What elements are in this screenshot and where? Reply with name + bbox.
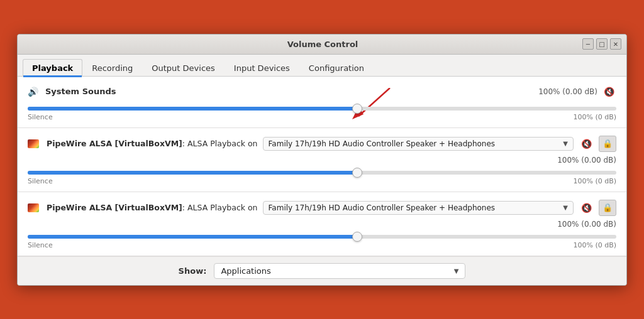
system-sounds-header: 🔊 System Sounds 100% (0.00 dB) 🔇 bbox=[28, 84, 616, 99]
pipewire-1-lock-button[interactable]: 🔒 bbox=[599, 136, 616, 152]
show-label: Show: bbox=[179, 266, 207, 276]
tab-input-devices[interactable]: Input Devices bbox=[225, 59, 299, 77]
pipewire-2-bold: PipeWire ALSA [VirtualBoxVM]: ALSA Playb… bbox=[47, 203, 258, 212]
system-sounds-slider-labels: Silence 100% (0 dB) bbox=[28, 113, 616, 121]
pipewire-1-slider[interactable]: Silence 100% (0 dB) bbox=[28, 166, 616, 185]
pipewire-2-device-name: Family 17h/19h HD Audio Controller Speak… bbox=[269, 203, 496, 212]
pipewire-1-device-row: PipeWire ALSA [VirtualBoxVM]: ALSA Playb… bbox=[28, 136, 616, 152]
pipewire-1-device-name: Family 17h/19h HD Audio Controller Speak… bbox=[269, 139, 496, 148]
pipewire-1-track[interactable] bbox=[28, 171, 616, 175]
window-controls: − □ ✕ bbox=[582, 38, 621, 50]
pipewire-2-mute-button[interactable]: 🔇 bbox=[579, 200, 594, 215]
speaker-icon: 🔊 bbox=[28, 87, 40, 97]
tab-playback[interactable]: Playback bbox=[23, 59, 82, 77]
pipewire-2-lock-button[interactable]: 🔒 bbox=[599, 200, 616, 216]
volume-control-window: Volume Control − □ ✕ Playback Recording … bbox=[17, 34, 627, 286]
pipewire-1-fill bbox=[28, 171, 357, 175]
pipewire-2-fill bbox=[28, 235, 357, 239]
pipewire-1-slider-labels: Silence 100% (0 dB) bbox=[28, 177, 616, 185]
pipewire-2-volume-label: 100% (0.00 dB) bbox=[557, 220, 616, 229]
tab-configuration[interactable]: Configuration bbox=[299, 59, 374, 77]
pipewire-2-thumb[interactable] bbox=[352, 232, 362, 242]
pipewire-1-dropdown[interactable]: Family 17h/19h HD Audio Controller Speak… bbox=[263, 137, 574, 151]
system-sounds-label: System Sounds bbox=[45, 87, 116, 96]
close-button[interactable]: ✕ bbox=[610, 38, 621, 50]
system-sounds-track[interactable] bbox=[28, 107, 616, 111]
slider-label-silence: Silence bbox=[28, 113, 53, 121]
system-sounds-volume-label: 100% (0.00 dB) bbox=[538, 87, 597, 96]
system-sounds-fill bbox=[28, 107, 357, 111]
pipewire-2-title: PipeWire ALSA [VirtualBoxVM]: ALSA Playb… bbox=[28, 203, 258, 212]
pipewire-1-mute-button[interactable]: 🔇 bbox=[579, 136, 594, 151]
maximize-button[interactable]: □ bbox=[596, 38, 608, 50]
show-dropdown[interactable]: Applications ▼ bbox=[214, 263, 465, 279]
minimize-button[interactable]: − bbox=[582, 38, 594, 50]
system-sounds-controls: 100% (0.00 dB) 🔇 bbox=[538, 84, 616, 99]
system-sounds-title: 🔊 System Sounds bbox=[28, 87, 116, 97]
pipewire-2-dropdown-arrow: ▼ bbox=[563, 204, 568, 211]
footer-bar: Show: Applications ▼ bbox=[18, 256, 626, 285]
pipewire-1-dropdown-arrow: ▼ bbox=[563, 140, 568, 147]
system-sounds-section: 🔊 System Sounds 100% (0.00 dB) 🔇 bbox=[18, 77, 626, 128]
pipewire-1-bold: PipeWire ALSA [VirtualBoxVM]: ALSA Playb… bbox=[47, 139, 258, 148]
pipewire-2-track[interactable] bbox=[28, 235, 616, 239]
pipewire-1-label-100: 100% (0 dB) bbox=[573, 177, 616, 185]
pipewire-2-device-row: PipeWire ALSA [VirtualBoxVM]: ALSA Playb… bbox=[28, 200, 616, 216]
tab-output-devices[interactable]: Output Devices bbox=[142, 59, 225, 77]
show-dropdown-arrow: ▼ bbox=[454, 268, 459, 274]
pipewire-1-volume-label: 100% (0.00 dB) bbox=[557, 156, 616, 165]
pipewire-logo-icon bbox=[28, 139, 39, 148]
pipewire-1-thumb[interactable] bbox=[352, 168, 362, 178]
pipewire-2-slider[interactable]: Silence 100% (0 dB) bbox=[28, 230, 616, 249]
pipewire-2-label-silence: Silence bbox=[28, 241, 53, 249]
pipewire-1-label-silence: Silence bbox=[28, 177, 53, 185]
titlebar: Volume Control − □ ✕ bbox=[18, 35, 626, 55]
pipewire-2-label-100: 100% (0 dB) bbox=[573, 241, 616, 249]
main-content: 🔊 System Sounds 100% (0.00 dB) 🔇 bbox=[18, 77, 626, 256]
tab-bar: Playback Recording Output Devices Input … bbox=[18, 55, 626, 77]
pipewire-2-section: PipeWire ALSA [VirtualBoxVM]: ALSA Playb… bbox=[18, 192, 626, 256]
system-sounds-mute-button[interactable]: 🔇 bbox=[601, 84, 616, 99]
system-sounds-thumb[interactable] bbox=[352, 104, 362, 114]
show-value: Applications bbox=[221, 266, 270, 276]
window-title: Volume Control bbox=[63, 40, 582, 49]
pipewire-2-dropdown[interactable]: Family 17h/19h HD Audio Controller Speak… bbox=[263, 201, 574, 215]
pipewire-1-title: PipeWire ALSA [VirtualBoxVM]: ALSA Playb… bbox=[28, 139, 258, 148]
pipewire-1-section: PipeWire ALSA [VirtualBoxVM]: ALSA Playb… bbox=[18, 128, 626, 192]
tab-recording[interactable]: Recording bbox=[82, 59, 142, 77]
system-sounds-slider[interactable]: Silence 100% (0 dB) bbox=[28, 102, 616, 121]
pipewire-2-slider-labels: Silence 100% (0 dB) bbox=[28, 241, 616, 249]
slider-label-100: 100% (0 dB) bbox=[573, 113, 616, 121]
pipewire-2-logo-icon bbox=[28, 203, 39, 212]
